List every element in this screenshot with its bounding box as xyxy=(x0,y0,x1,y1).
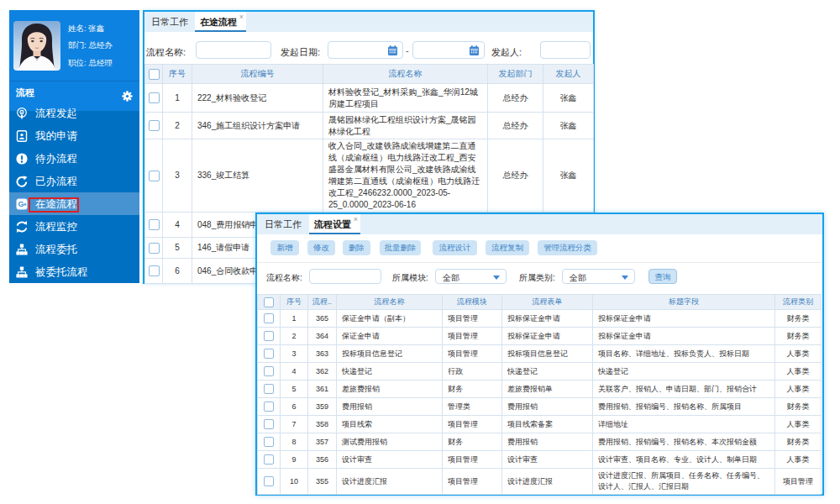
svg-text:G: G xyxy=(18,200,24,208)
